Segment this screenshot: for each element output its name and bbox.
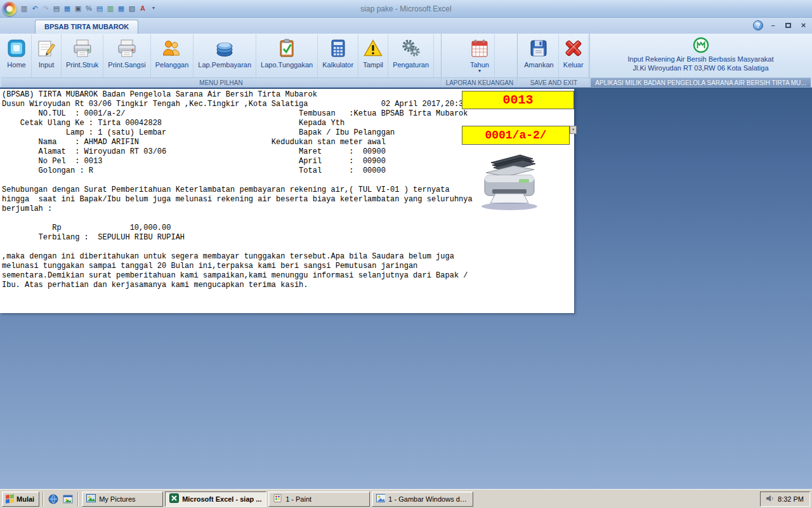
letter-document: (BPSAB) TIRTA MUBAROK Badan Pengelola Sa… (0, 89, 574, 313)
quick-launch-window-icon[interactable] (62, 492, 74, 506)
home-icon (6, 37, 27, 60)
quick-launch-globe-icon[interactable] (47, 492, 60, 506)
calculator-icon (328, 37, 348, 60)
clipboard-check-icon (277, 37, 297, 60)
quick-access-toolbar: ▥ ↶ ↷ ▤ ▦ ▣ % ▤ ▥ ▦ ▧ A ▾ (19, 3, 159, 14)
no-tul-combobox[interactable]: 0001/a-2/ (462, 126, 570, 145)
percent-icon[interactable]: % (84, 3, 94, 14)
volume-icon[interactable] (765, 494, 774, 504)
paint-palette-icon (273, 493, 282, 504)
doc-line: Ibu. Atas perhatian dan kerjasamanya kam… (0, 281, 574, 290)
pictures-folder-icon (86, 493, 96, 504)
pengaturan-button[interactable]: Pengaturan (388, 34, 434, 77)
system-tray[interactable]: 8:32 PM (760, 491, 810, 507)
ribbon-group-laporan-keuangan: Tahun ▾ LAPORAN KEUANGAN (442, 34, 518, 87)
windows-logo-icon (6, 494, 14, 503)
app-info-line-1: Input Rekening Air Bersih Berbasis Masya… (628, 55, 774, 64)
print-struk-button[interactable]: Print.Struk (62, 34, 103, 77)
lapo-tunggakan-button[interactable]: Lapo.Tunggakan (256, 34, 318, 77)
redo-icon[interactable]: ↷ (41, 3, 51, 14)
group-label-menu-pilhan: MENU PILHAN (1, 77, 441, 87)
ribbon-group-save-and-exit: Amankan Keluar SAVE AND EXIT (518, 34, 590, 87)
task-my-pictures[interactable]: My Pictures (82, 491, 163, 507)
input-button[interactable]: Input (32, 34, 62, 77)
doc-line: ,maka dengan ini diberitahukan untuk seg… (0, 252, 574, 262)
app-info-line-2: Jl.Ki Wiroyudan RT 03,RW 06 Kota Salatig… (633, 64, 769, 72)
close-icon[interactable]: × (798, 20, 809, 30)
printer-icon (117, 37, 137, 60)
print-preview-icon[interactable]: ▤ (51, 3, 62, 14)
save-icon[interactable]: ▦ (62, 3, 72, 14)
pelanggan-button[interactable]: Pelanggan (151, 34, 194, 77)
start-button[interactable]: Mulai (2, 491, 39, 507)
tahun-button[interactable]: Tahun ▾ (465, 34, 495, 77)
gears-icon (401, 37, 421, 60)
taskbar: Mulai My Pictures Microsoft Excel - siap… (0, 489, 812, 508)
font-color-icon[interactable]: A (138, 3, 148, 14)
chevron-down-icon: ▾ (478, 69, 481, 74)
group-label-aplikasi: APLIKASI MILIK BADAN PENGELOLA SARANA AI… (591, 77, 811, 87)
printer-clipart (475, 152, 544, 213)
clock[interactable]: 8:32 PM (778, 495, 804, 503)
coins-icon (214, 37, 235, 60)
tab-bpsab-tirta-mubarok[interactable]: BPSAB TIRTA MUBAROK (35, 20, 138, 34)
sheet-1-icon[interactable]: ▤ (95, 3, 105, 14)
start-label: Mulai (16, 495, 34, 503)
print-sangsi-button[interactable]: Print.Sangsi (103, 34, 150, 77)
doc-line: melunasi tunggakan sampai tanggal 20 Bul… (0, 262, 574, 271)
task-microsoft-excel[interactable]: Microsoft Excel - siap ... (165, 491, 266, 507)
keluar-button[interactable]: Keluar (559, 34, 589, 77)
group-label-save-and-exit: SAVE AND EXIT (518, 77, 589, 87)
application-window: ▥ ↶ ↷ ▤ ▦ ▣ % ▤ ▥ ▦ ▧ A ▾ siap pake - Mi… (0, 0, 812, 508)
taskbar-separator (43, 492, 44, 506)
people-icon (162, 37, 182, 60)
paste-icon[interactable]: ▥ (19, 3, 29, 14)
floppy-disk-icon (528, 37, 549, 60)
home-button[interactable]: Home (2, 34, 32, 77)
excel-icon (169, 493, 179, 504)
ribbon-group-aplikasi-info: Input Rekening Air Bersih Berbasis Masya… (591, 34, 811, 87)
calendar-icon (469, 37, 490, 60)
taskbar-separator (77, 492, 79, 506)
sheet-2-icon[interactable]: ▥ (105, 3, 115, 14)
doc-line: NO.TUL : 0001/a-2/ Tembusan :Ketua BPSAB… (0, 109, 574, 119)
kalkulator-button[interactable]: Kalkulator (318, 34, 358, 77)
warning-icon (363, 37, 383, 60)
tampil-button[interactable]: Tampil (358, 34, 388, 77)
doc-line: sementara.Demikian surat pemberitahuan k… (0, 271, 574, 281)
tirta-mubarok-logo-icon (693, 36, 709, 55)
printer-icon (72, 37, 93, 60)
sheet-3-icon[interactable]: ▦ (116, 3, 126, 14)
doc-line (0, 243, 574, 252)
qat-customize-icon[interactable]: ▾ (148, 3, 159, 14)
help-icon[interactable]: ? (753, 20, 763, 30)
image-icon (376, 493, 385, 504)
amankan-button[interactable]: Amankan (520, 34, 558, 77)
minimize-icon[interactable]: – (768, 20, 778, 30)
no-tul-dropdown-icon[interactable]: ▾ (570, 126, 577, 134)
ribbon-group-menu-pilhan: Home Input Print.Struk Print.Sangsi Pela… (1, 34, 442, 87)
ribbon-tab-row: BPSAB TIRTA MUBAROK ? – × (0, 18, 812, 34)
group-label-laporan-keuangan: LAPORAN KEUANGAN (442, 77, 517, 87)
title-bar: ▥ ↶ ↷ ▤ ▦ ▣ % ▤ ▥ ▦ ▧ A ▾ siap pake - Mi… (0, 0, 812, 18)
restore-icon[interactable] (783, 20, 794, 30)
office-button[interactable] (3, 2, 16, 16)
no-pel-field[interactable]: 0013 (462, 91, 574, 109)
window-controls: ? – × (753, 20, 809, 30)
task-gambar-windows[interactable]: 1 - Gambar Windows dan... (372, 491, 473, 507)
doc-line (0, 214, 574, 224)
sheet-4-icon[interactable]: ▧ (127, 3, 137, 14)
print-icon[interactable]: ▣ (73, 3, 83, 14)
lap-pembayaran-button[interactable]: Lap.Pembayaran (193, 34, 256, 77)
doc-line: Rp 10,000.00 (0, 224, 574, 233)
undo-icon[interactable]: ↶ (30, 3, 40, 14)
doc-line: Terbilang : SEPULUH RIBU RUPIAH (0, 233, 574, 243)
task-paint[interactable]: 1 - Paint (268, 491, 370, 507)
red-x-icon (563, 37, 584, 60)
ribbon: Home Input Print.Struk Print.Sangsi Pela… (0, 34, 812, 88)
input-pencil-icon (36, 37, 56, 60)
